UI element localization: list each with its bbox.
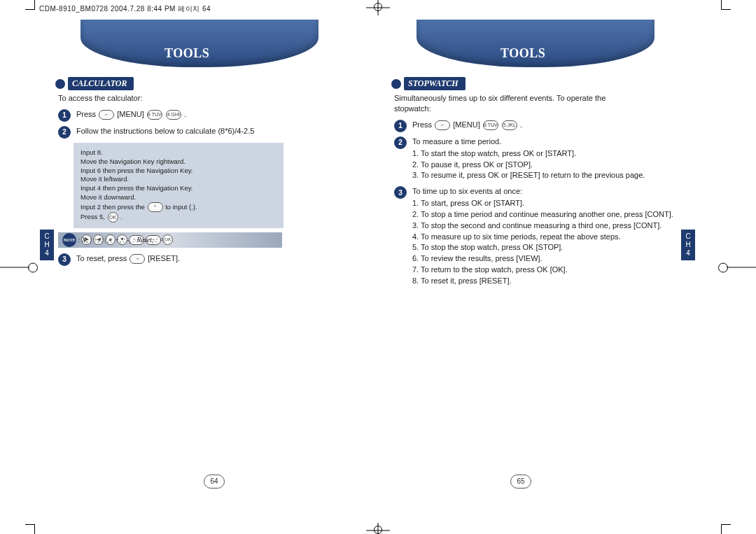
section-label: CALCULATOR (68, 77, 134, 90)
example-tint-box: Input 8. Move the Navigation Key rightwa… (74, 143, 284, 228)
manual-spread: CDM-8910_BM0728 2004.7.28 8:44 PM 페이지 64… (0, 0, 756, 534)
softkey-icon: ¬ (130, 254, 145, 264)
list-item: 2. To stop a time period and continue me… (412, 209, 682, 220)
page-header-tab: TOOLS (80, 20, 318, 67)
list-item: 4. To measure up to six time periods, re… (412, 232, 682, 242)
list-item: 3. To stop the second and continue measu… (412, 220, 682, 231)
section-bullet-icon (55, 79, 65, 89)
ok-key-icon: OK (108, 212, 118, 223)
key-8-icon: 8 TUV (147, 110, 162, 120)
step-number-icon: 1 (394, 120, 407, 132)
page-number: 64 (204, 475, 225, 489)
page-title: TOOLS (80, 45, 318, 62)
section-label: STOPWATCH (404, 77, 465, 90)
page-right: CH4 TOOLS STOPWATCH Simultaneously times… (388, 20, 682, 496)
section-intro: To access the calculator: (58, 93, 346, 104)
list-item: 8. To reset it, press [RESET]. (412, 276, 682, 286)
list-item: 1. To start the stop watch, press OK or … (412, 148, 682, 159)
step-number-icon: 3 (58, 253, 71, 266)
step-3: 3 To time up to six events at once: 1. T… (394, 186, 682, 288)
step-number-icon: 2 (58, 126, 71, 139)
softkey-icon: ⌐ (99, 110, 114, 120)
chapter-tab-left: CH4 (40, 230, 54, 260)
page-number: 65 (510, 475, 531, 489)
step-3-list: 1. To start, press OK or [START]. 2. To … (412, 198, 682, 286)
list-item: 2. To pause it, press OK or [STOP]. (412, 160, 682, 170)
key-4-icon: 4 GHI (166, 110, 181, 120)
page-title: TOOLS (416, 45, 654, 62)
section-intro: Simultaneously times up to six different… (394, 93, 632, 114)
list-item: 3. To resume it, press OK or [RESET] to … (412, 170, 682, 181)
note-badge-icon: NOTE (62, 233, 76, 247)
note-strip: NOTE ▶ ◀ ▲ ▼ ⌐ ¬ OK : X, : ÷, : /, : +, … (58, 232, 282, 248)
section-heading-stopwatch: STOPWATCH (391, 77, 682, 90)
step-2: 2 To measure a time period. 1. To start … (394, 136, 682, 182)
crop-mark (25, 524, 35, 534)
key-5-icon: 5 JKL (502, 120, 517, 130)
step-3: 3 To reset, press ¬ [RESET]. (58, 253, 346, 266)
page-header-tab: TOOLS (416, 20, 654, 67)
softkey-icon: ⌐ (435, 120, 450, 130)
key-star-icon: * (148, 202, 163, 212)
step-number-icon: 3 (394, 186, 407, 199)
step-2: 2 Follow the instructions below to calcu… (58, 126, 346, 139)
section-bullet-icon (391, 79, 401, 89)
list-item: 7. To return to the stop watch, press OK… (412, 265, 682, 275)
registration-mark-left (0, 267, 29, 267)
registration-mark-top (366, 0, 390, 11)
step-1: 1 Press ⌐ [MENU] 8 TUV 5 JKL . (394, 120, 682, 132)
crop-mark (25, 0, 35, 10)
section-heading-calculator: CALCULATOR (55, 77, 346, 90)
page-left: CH4 TOOLS CALCULATOR To access the calcu… (52, 20, 346, 496)
list-item: 6. To review the results, press [VIEW]. (412, 253, 682, 264)
step-number-icon: 1 (58, 109, 71, 122)
list-item: 5. To stop the stop watch, press OK [STO… (412, 242, 682, 253)
step-2-list: 1. To start the stop watch, press OK or … (412, 148, 682, 181)
step-number-icon: 2 (394, 136, 407, 149)
chapter-tab-right: CH4 (681, 230, 695, 260)
list-item: 1. To start, press OK or [START]. (412, 198, 682, 209)
registration-mark-right (727, 267, 756, 267)
registration-mark-bottom (366, 523, 390, 534)
crop-mark (721, 524, 731, 534)
crop-mark (721, 0, 731, 10)
step-1: 1 Press ⌐ [MENU] 8 TUV 4 GHI . (58, 109, 346, 122)
print-run-header: CDM-8910_BM0728 2004.7.28 8:44 PM 페이지 64 (39, 4, 211, 14)
note-text: : X, : ÷, : /, : +, : -, : Reset, : =. (78, 235, 278, 245)
key-8-icon: 8 TUV (483, 120, 498, 130)
